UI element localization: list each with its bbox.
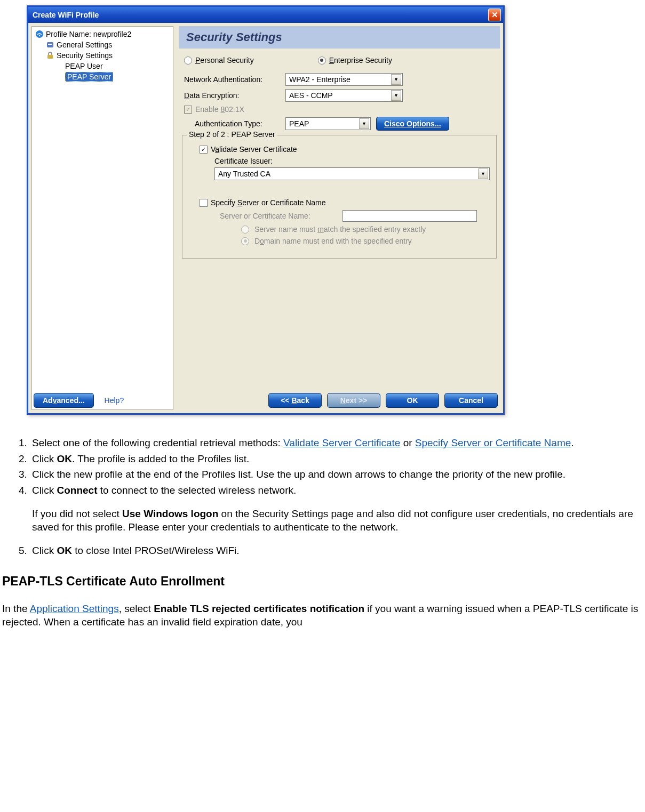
checkbox-validate-server-cert[interactable]: ✓ <box>200 146 208 154</box>
groupbox-peap-server: Step 2 of 2 : PEAP Server ✓ Validate Ser… <box>182 135 497 259</box>
chevron-down-icon: ▼ <box>359 118 369 129</box>
chevron-down-icon: ▼ <box>391 90 401 101</box>
svg-point-0 <box>36 30 43 38</box>
back-button[interactable]: << Back <box>268 393 322 408</box>
groupbox-legend: Step 2 of 2 : PEAP Server <box>187 130 277 139</box>
dropdown-data-encryption[interactable]: AES - CCMP ▼ <box>285 89 403 102</box>
dropdown-value: AES - CCMP <box>289 91 333 100</box>
step-4: Click Connect to connect to the selected… <box>30 484 643 534</box>
label-auth-type: Authentication Type: <box>195 119 285 128</box>
step-1: Select one of the following credential r… <box>30 436 643 450</box>
next-button: Next >> <box>327 393 380 408</box>
checkbox-specify-server-name[interactable] <box>200 199 208 207</box>
radio-icon <box>241 226 249 234</box>
dialog-button-bar: Advanced... Help? << Back Next >> OK Can… <box>34 393 498 408</box>
label-data-encryption: ata Encryption: <box>189 91 239 100</box>
tree-item-label: Security Settings <box>57 51 113 60</box>
svg-point-1 <box>39 35 40 36</box>
help-link[interactable]: Help? <box>105 396 124 405</box>
dropdown-value: PEAP <box>289 119 309 128</box>
content-pane: Security Settings Personal Security Ente… <box>173 26 500 410</box>
label-cert-issuer: Certificate Issuer: <box>214 157 490 165</box>
dropdown-value: Any Trusted CA <box>218 170 270 178</box>
chevron-down-icon: ▼ <box>391 74 401 85</box>
radio-label: ersonal Security <box>200 56 253 65</box>
tree-peap-server[interactable]: PEAP Server <box>33 71 172 82</box>
create-wifi-profile-dialog: Create WiFi Profile ✕ Profile Name: newp… <box>27 5 505 415</box>
tree-security-settings[interactable]: Security Settings <box>33 50 172 61</box>
close-icon: ✕ <box>491 10 498 20</box>
checkbox-enable-8021x: ✓ <box>184 106 192 114</box>
tree-peap-user[interactable]: PEAP User <box>33 61 172 71</box>
link-specify-server-name[interactable]: Specify Server or Certificate Name <box>415 437 571 448</box>
radio-enterprise-security[interactable]: Enterprise Security <box>318 56 392 65</box>
instruction-text: Select one of the following credential r… <box>0 415 645 629</box>
section-heading: PEAP-TLS Certificate Auto Enrollment <box>2 573 643 590</box>
cancel-button[interactable]: Cancel <box>444 393 498 408</box>
step-5: Click OK to close Intel PROSet/Wireless … <box>30 544 643 558</box>
tree-item-label: General Settings <box>57 41 112 49</box>
wifi-icon <box>35 30 44 38</box>
dropdown-cert-issuer[interactable]: Any Trusted CA ▼ <box>214 167 490 180</box>
radio-icon <box>184 57 192 65</box>
label-network-auth: Network Authentication: <box>184 75 285 84</box>
radio-personal-security[interactable]: Personal Security <box>184 56 254 65</box>
radio-label: nterprise Security <box>334 56 392 65</box>
step-3: Click the new profile at the end of the … <box>30 468 643 481</box>
lock-icon <box>46 51 54 60</box>
input-server-cert-name <box>343 210 477 222</box>
page-header: Security Settings <box>179 26 500 49</box>
tree-profile-root[interactable]: Profile Name: newprofile2 <box>33 29 172 39</box>
close-button[interactable]: ✕ <box>488 9 501 21</box>
chevron-down-icon: ▼ <box>478 168 488 179</box>
cisco-options-button[interactable]: Cisco Options... <box>376 117 449 131</box>
final-paragraph: In the Application Settings, select Enab… <box>2 602 643 629</box>
tree-item-label: PEAP User <box>65 62 103 70</box>
label-server-cert-name: Server or Certificate Name: <box>220 212 343 220</box>
profile-name-value: newprofile2 <box>93 30 132 38</box>
svg-rect-3 <box>48 44 52 45</box>
radio-icon <box>241 237 249 245</box>
dropdown-value: WPA2 - Enterprise <box>289 75 351 84</box>
dropdown-network-auth[interactable]: WPA2 - Enterprise ▼ <box>285 73 403 86</box>
svg-rect-4 <box>47 55 53 59</box>
window-title: Create WiFi Profile <box>33 11 488 19</box>
profile-name-label: Profile Name: <box>46 30 91 38</box>
titlebar: Create WiFi Profile ✕ <box>28 7 503 23</box>
profile-tree: Profile Name: newprofile2 General Settin… <box>31 26 173 410</box>
tree-general-settings[interactable]: General Settings <box>33 39 172 50</box>
tree-item-label: PEAP Server <box>65 72 113 82</box>
radio-icon <box>318 57 326 65</box>
ok-button[interactable]: OK <box>386 393 439 408</box>
step-2: Click OK. The profile is added to the Pr… <box>30 452 643 466</box>
dropdown-auth-type[interactable]: PEAP ▼ <box>285 117 371 130</box>
link-application-settings[interactable]: Application Settings <box>30 603 119 614</box>
general-icon <box>46 41 54 49</box>
advanced-button[interactable]: Advanced... <box>34 393 94 408</box>
link-validate-server-cert[interactable]: Validate Server Certificate <box>283 437 400 448</box>
